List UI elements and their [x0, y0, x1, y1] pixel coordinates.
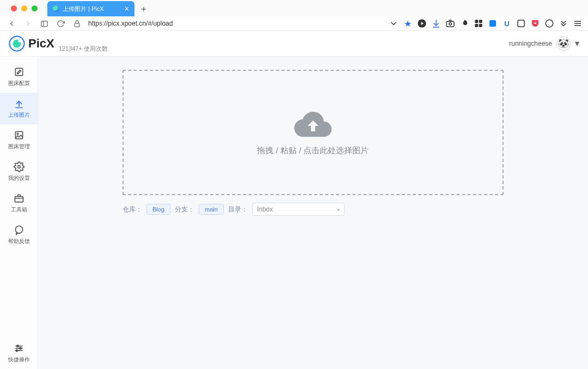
svg-point-21 — [17, 166, 20, 168]
extension-icon-1[interactable] — [417, 19, 427, 28]
menu-icon[interactable] — [573, 19, 583, 28]
sidebar: 图床配置 上传图片 图床管理 我的设置 工具箱 帮助反馈 快捷操作 — [0, 57, 38, 369]
dir-value: Inbox — [257, 205, 273, 213]
svg-rect-3 — [446, 21, 454, 27]
address-url[interactable]: https://picx.xpoet.cn/#/upload — [88, 20, 173, 27]
svg-rect-6 — [479, 20, 482, 23]
svg-point-25 — [16, 345, 18, 347]
reload-button[interactable] — [54, 17, 66, 29]
new-tab-button[interactable]: + — [137, 2, 151, 16]
sidebar-footer-label: 快捷操作 — [8, 356, 30, 364]
tab-bar: 上传图片 | PicX × + — [0, 0, 588, 16]
address-bar: https://picx.xpoet.cn/#/upload ★ U — [0, 16, 588, 31]
extension-icons: ★ U — [389, 19, 583, 28]
browser-chrome: 上传图片 | PicX × + https://picx.xpoet.cn/#/… — [0, 0, 588, 31]
favicon — [53, 5, 59, 12]
sidebar-item-label: 图床配置 — [8, 80, 30, 87]
sidebar-item-upload[interactable]: 上传图片 — [0, 93, 38, 124]
main-content: 拖拽 / 粘贴 / 点击此处选择图片 仓库： Blog 分支： main 目录：… — [38, 57, 588, 369]
dir-select[interactable]: Inbox ▾ — [252, 203, 345, 216]
image-icon — [14, 130, 24, 141]
extension-icon-3[interactable] — [488, 19, 498, 28]
sidebar-quickaction[interactable]: 快捷操作 — [0, 343, 38, 364]
svg-point-17 — [18, 40, 21, 43]
app-body: 图床配置 上传图片 图床管理 我的设置 工具箱 帮助反馈 快捷操作 — [0, 57, 588, 369]
dropzone-hint: 拖拽 / 粘贴 / 点击此处选择图片 — [257, 146, 369, 156]
svg-rect-5 — [475, 20, 478, 23]
branch-label: 分支： — [175, 205, 194, 214]
svg-rect-22 — [15, 197, 23, 202]
window-maximize[interactable] — [32, 5, 38, 11]
extension-icon-2[interactable] — [474, 19, 483, 28]
sidebar-item-label: 上传图片 — [8, 111, 30, 119]
extension-icon-5[interactable] — [516, 19, 526, 28]
window-close[interactable] — [11, 5, 17, 11]
sidebar-item-label: 我的设置 — [8, 174, 30, 182]
gear-icon — [14, 161, 24, 172]
svg-rect-7 — [475, 24, 478, 27]
svg-rect-0 — [41, 21, 47, 26]
username: runningcheese — [509, 40, 552, 47]
app-header: PicX 121347+ 使用次数 runningcheese 🐼 ▾ — [0, 31, 588, 57]
svg-rect-18 — [15, 68, 22, 75]
overflow-icon[interactable] — [559, 19, 568, 28]
extension-icon-4[interactable]: U — [502, 19, 512, 28]
dir-label: 目录： — [228, 205, 248, 214]
chevron-down-icon[interactable] — [389, 19, 399, 28]
svg-rect-19 — [15, 131, 22, 138]
svg-rect-8 — [479, 24, 482, 27]
upload-icon — [14, 98, 24, 109]
svg-rect-10 — [518, 20, 524, 27]
sidebar-item-config[interactable]: 图床配置 — [0, 61, 38, 93]
sidebar-toggle-icon[interactable] — [38, 17, 50, 29]
svg-rect-9 — [489, 20, 496, 27]
browser-tab-active[interactable]: 上传图片 | PicX × — [47, 1, 134, 16]
sidebar-item-manage[interactable]: 图床管理 — [0, 124, 38, 156]
flame-icon[interactable] — [460, 19, 469, 28]
chat-icon — [14, 225, 24, 235]
download-icon[interactable] — [431, 19, 441, 28]
extension-icon-6[interactable] — [544, 19, 554, 28]
chevron-down-icon: ▾ — [337, 207, 340, 213]
logo-text: PicX — [28, 37, 54, 51]
pocket-icon[interactable] — [530, 19, 540, 28]
nav-forward-button[interactable] — [22, 17, 34, 29]
svg-point-29 — [16, 350, 17, 352]
lock-icon[interactable] — [71, 17, 83, 29]
svg-rect-2 — [75, 23, 79, 26]
usage-count: 121347+ 使用次数 — [59, 45, 108, 56]
window-controls — [5, 0, 43, 16]
sidebar-item-label: 帮助反馈 — [8, 238, 30, 245]
sidebar-item-label: 工具箱 — [11, 206, 27, 214]
cloud-upload-icon — [293, 110, 333, 138]
logo[interactable]: PicX — [9, 35, 54, 52]
window-minimize[interactable] — [21, 5, 27, 11]
bookmark-star-icon[interactable]: ★ — [403, 19, 413, 28]
repo-label: 仓库： — [122, 205, 142, 214]
tab-title: 上传图片 | PicX — [63, 5, 104, 13]
edit-icon — [14, 66, 24, 77]
repo-tag[interactable]: Blog — [146, 204, 170, 215]
svg-point-27 — [19, 347, 21, 349]
svg-point-20 — [17, 133, 19, 135]
tab-close-icon[interactable]: × — [125, 4, 129, 13]
branch-tag[interactable]: main — [199, 204, 224, 215]
sliders-icon — [14, 343, 24, 354]
selectors-row: 仓库： Blog 分支： main 目录： Inbox ▾ — [122, 203, 504, 216]
avatar-dropdown-caret[interactable]: ▾ — [575, 38, 579, 49]
logo-icon — [9, 35, 25, 52]
sidebar-item-feedback[interactable]: 帮助反馈 — [0, 219, 38, 251]
svg-point-4 — [449, 23, 452, 26]
toolbox-icon — [14, 193, 24, 204]
upload-dropzone[interactable]: 拖拽 / 粘贴 / 点击此处选择图片 — [122, 70, 504, 195]
sidebar-item-tools[interactable]: 工具箱 — [0, 187, 38, 219]
sidebar-item-settings[interactable]: 我的设置 — [0, 156, 38, 187]
avatar[interactable]: 🐼 — [556, 37, 571, 51]
camera-icon[interactable] — [445, 19, 455, 28]
svg-point-11 — [546, 20, 553, 27]
nav-back-button[interactable] — [5, 17, 17, 29]
sidebar-item-label: 图床管理 — [8, 143, 30, 150]
